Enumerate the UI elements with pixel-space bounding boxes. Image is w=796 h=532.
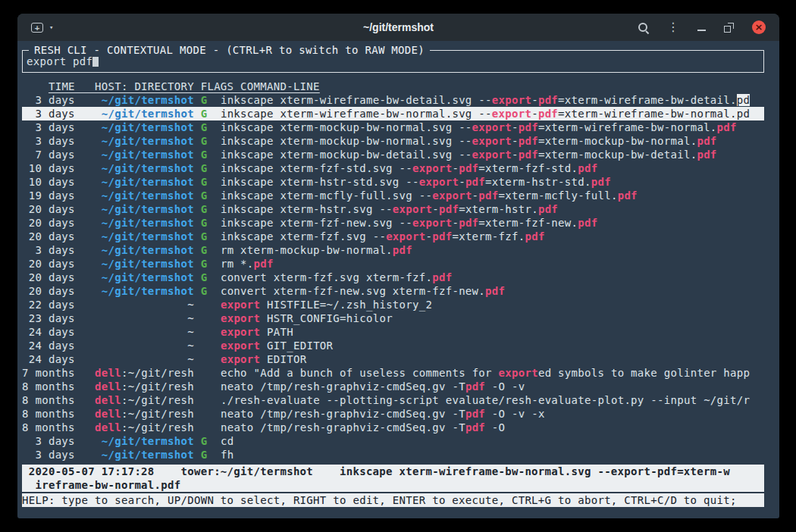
- row-command: convert xterm-fzf-new.svg xterm-fzf-new.…: [221, 285, 505, 297]
- tab-dropdown-caret-icon[interactable]: ▾: [49, 24, 53, 31]
- titlebar-right-controls: ⋮ ×: [638, 20, 766, 34]
- row-flags: G: [201, 230, 208, 243]
- search-icon[interactable]: [638, 22, 649, 33]
- history-row[interactable]: 10 days ~/git/termshot G inkscape xterm-…: [22, 175, 764, 189]
- row-command: inkscape xterm-wireframe-bw-detail.svg -…: [221, 94, 737, 106]
- history-row[interactable]: 8 months dell:~/git/resh ./resh-evaluate…: [22, 393, 764, 407]
- restore-button[interactable]: [724, 23, 734, 33]
- row-command: convert xterm-fzf.svg xterm-fzf.pdf: [221, 271, 453, 283]
- row-time: 22 days: [22, 299, 75, 311]
- row-time: 20 days: [22, 258, 75, 270]
- history-row[interactable]: 7 days ~/git/termshot G inkscape xterm-m…: [22, 148, 764, 161]
- row-flags: [201, 421, 208, 433]
- row-flags: [201, 326, 208, 338]
- history-row[interactable]: 7 months dell:~/git/resh echo "Add a bun…: [22, 366, 764, 380]
- close-button[interactable]: ×: [752, 20, 766, 34]
- row-time: 24 days: [22, 340, 75, 352]
- row-time: 20 days: [22, 271, 75, 283]
- row-host: ~/git/termshot: [82, 271, 194, 283]
- row-command: export GIT_EDITOR: [221, 340, 333, 352]
- history-row[interactable]: 19 days ~/git/termshot G inkscape xterm-…: [22, 189, 764, 202]
- row-flags: G: [201, 189, 208, 202]
- history-row[interactable]: 10 days ~/git/termshot G inkscape xterm-…: [22, 161, 764, 175]
- row-host: ~/git/termshot: [82, 449, 194, 461]
- row-host: ~/git/termshot: [82, 135, 194, 147]
- row-time: 10 days: [22, 162, 75, 174]
- row-flags: G: [201, 217, 208, 229]
- row-time: 8 months: [22, 421, 75, 433]
- row-time: 3 days: [22, 121, 75, 133]
- history-row[interactable]: 22 days ~ export HISTFILE=~/.zsh_history…: [22, 298, 764, 311]
- row-flags: [201, 340, 208, 352]
- row-command: neato /tmp/resh-graphviz-cmdSeq.gv -Tpdf…: [221, 380, 525, 393]
- row-flags: [201, 408, 208, 420]
- history-row[interactable]: 3 days ~/git/termshot G inkscape xterm-m…: [22, 120, 764, 134]
- history-row[interactable]: 3 days ~/git/termshot G fh: [22, 448, 764, 462]
- help-bar: HELP: type to search, UP/DOWN to select,…: [22, 493, 764, 507]
- row-time: 7 days: [22, 149, 75, 161]
- row-command: inkscape xterm-hstr.svg --export-pdf=xte…: [221, 203, 558, 215]
- row-command: inkscape xterm-fzf-new.svg --export-pdf=…: [221, 217, 598, 229]
- row-host: dell:~/git/resh: [82, 380, 194, 393]
- row-command: echo "Add a bunch of useless comments fo…: [221, 367, 750, 379]
- history-row[interactable]: 3 days ~/git/termshot G cd: [22, 434, 764, 448]
- row-host: ~: [82, 299, 194, 311]
- history-row[interactable]: 20 days ~/git/termshot G inkscape xterm-…: [22, 216, 764, 230]
- row-command: export HISTFILE=~/.zsh_history_2: [221, 299, 432, 311]
- kebab-menu-icon[interactable]: ⋮: [667, 21, 679, 33]
- row-command: inkscape xterm-wireframe-bw-normal.svg -…: [221, 108, 750, 120]
- history-row[interactable]: 3 days ~/git/termshot G inkscape xterm-m…: [22, 134, 764, 148]
- row-host: ~: [82, 353, 194, 365]
- row-flags: G: [201, 285, 208, 297]
- row-host: ~/git/termshot: [82, 203, 194, 215]
- row-host: dell:~/git/resh: [82, 367, 194, 379]
- row-time: 3 days: [22, 435, 75, 447]
- history-row[interactable]: 20 days ~/git/termshot G rm *.pdf: [22, 257, 764, 271]
- search-box[interactable]: RESH CLI - CONTEXTUAL MODE - (CTRL+R to …: [22, 50, 764, 73]
- row-host: dell:~/git/resh: [82, 421, 194, 433]
- history-row[interactable]: 8 months dell:~/git/resh neato /tmp/resh…: [22, 407, 764, 421]
- row-host: ~/git/termshot: [82, 258, 194, 270]
- new-tab-icon[interactable]: +: [31, 23, 43, 33]
- history-row[interactable]: 3 days ~/git/termshot G inkscape xterm-w…: [22, 93, 764, 107]
- history-row[interactable]: 20 days ~/git/termshot G inkscape xterm-…: [22, 230, 764, 243]
- history-list: 3 days ~/git/termshot G inkscape xterm-w…: [22, 93, 764, 462]
- history-row[interactable]: 20 days ~/git/termshot G convert xterm-f…: [22, 271, 764, 284]
- table-header-text: TIME HOST: DIRECTORY FLAGS COMMAND-LINE: [49, 80, 320, 92]
- row-time: 8 months: [22, 380, 75, 393]
- row-time: 10 days: [22, 176, 75, 188]
- row-flags: G: [201, 203, 208, 215]
- history-row[interactable]: 24 days ~ export GIT_EDITOR: [22, 339, 764, 352]
- selected-entry-detail: 2020-05-07 17:17:28 tower:~/git/termshot…: [22, 465, 764, 492]
- row-time: 8 months: [22, 408, 75, 420]
- row-flags: G: [201, 449, 208, 461]
- row-flags: G: [201, 162, 208, 174]
- history-row[interactable]: 24 days ~ export EDITOR: [22, 352, 764, 366]
- history-row[interactable]: 8 months dell:~/git/resh neato /tmp/resh…: [22, 380, 764, 393]
- row-time: 8 months: [22, 394, 75, 406]
- history-row[interactable]: 20 days ~/git/termshot G convert xterm-f…: [22, 284, 764, 298]
- row-host: ~/git/termshot: [82, 217, 194, 229]
- row-time: 24 days: [22, 353, 75, 365]
- history-row[interactable]: 3 days ~/git/termshot G inkscape xterm-w…: [22, 107, 764, 120]
- row-flags: G: [201, 435, 208, 447]
- row-host: ~: [82, 340, 194, 352]
- minimize-button[interactable]: [697, 30, 706, 31]
- history-row[interactable]: 20 days ~/git/termshot G inkscape xterm-…: [22, 202, 764, 216]
- table-header-indent: [22, 80, 49, 92]
- history-row[interactable]: 24 days ~ export PATH: [22, 325, 764, 339]
- row-command: inkscape xterm-mcfly-full.svg --export-p…: [221, 189, 638, 202]
- history-row[interactable]: 3 days ~/git/termshot G rm xterm-mockup-…: [22, 243, 764, 257]
- titlebar[interactable]: + ▾ ~/git/termshot ⋮ ×: [17, 14, 779, 41]
- row-time: 19 days: [22, 189, 75, 202]
- row-flags: [201, 367, 208, 379]
- row-flags: [201, 353, 208, 365]
- row-host: ~/git/termshot: [82, 244, 194, 256]
- row-flags: G: [201, 135, 208, 147]
- history-row[interactable]: 8 months dell:~/git/resh neato /tmp/resh…: [22, 421, 764, 434]
- row-flags: G: [201, 244, 208, 256]
- history-row[interactable]: 23 days ~ export HSTR_CONFIG=hicolor: [22, 311, 764, 325]
- row-command: inkscape xterm-mockup-bw-normal.svg --ex…: [221, 135, 717, 147]
- row-flags: [201, 299, 208, 311]
- row-command: cd: [221, 435, 233, 447]
